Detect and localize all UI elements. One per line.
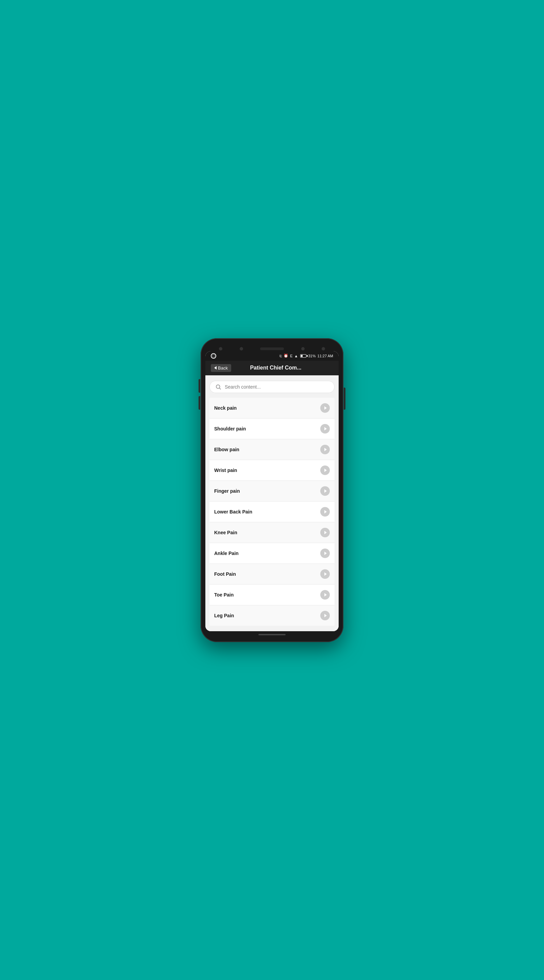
chevron-circle-icon [320, 569, 330, 579]
chevron-right-icon [324, 510, 327, 514]
list-item-label: Lower Back Pain [214, 509, 252, 514]
clock: 11:27 AM [317, 354, 333, 358]
chevron-circle-icon [320, 445, 330, 454]
list-item-label: Knee Pain [214, 530, 237, 535]
app-header: Back Patient Chief Com... [205, 361, 339, 375]
pain-list: Neck pain Shoulder pain Elbow pain Wrist… [209, 398, 335, 626]
content-area: Neck pain Shoulder pain Elbow pain Wrist… [205, 375, 339, 631]
list-item-label: Wrist pain [214, 468, 237, 473]
page-title: Patient Chief Com... [235, 365, 316, 371]
chevron-right-icon [324, 614, 327, 617]
chevron-circle-icon [320, 486, 330, 496]
list-item[interactable]: Toe Pain [209, 585, 335, 605]
chevron-circle-icon [320, 466, 330, 475]
earpiece-speaker [260, 347, 284, 350]
volume-down-button[interactable] [198, 396, 200, 410]
network-type-label: E [290, 354, 292, 358]
alarm-icon: ⏰ [284, 353, 288, 358]
chevron-right-icon [324, 572, 327, 576]
status-bar-right: ⎗ ⏰ E ▲ 31% 11:27 AM [279, 353, 333, 358]
status-bar: ◯ ⎗ ⏰ E ▲ 31% 11:27 AM [205, 351, 339, 361]
chevron-circle-icon [320, 549, 330, 558]
list-item[interactable]: Leg Pain [209, 605, 335, 626]
power-button[interactable] [344, 388, 346, 410]
back-button-label: Back [218, 366, 228, 371]
status-bar-left: ◯ [211, 353, 216, 359]
chevron-right-icon [324, 489, 327, 493]
chevron-right-icon [324, 469, 327, 472]
list-item-label: Leg Pain [214, 613, 234, 618]
volume-up-button[interactable] [198, 379, 200, 393]
sensor-dot [240, 347, 243, 350]
chevron-circle-icon [320, 507, 330, 517]
phone-device: ◯ ⎗ ⏰ E ▲ 31% 11:27 AM Back Patient Chie… [201, 338, 343, 642]
chevron-right-icon [324, 552, 327, 555]
chevron-right-icon [324, 593, 327, 597]
list-item-label: Elbow pain [214, 447, 239, 452]
signal-icon: ▲ [295, 354, 298, 358]
back-button[interactable]: Back [211, 364, 231, 372]
list-item[interactable]: Foot Pain [209, 564, 335, 585]
chevron-right-icon [324, 427, 327, 430]
list-item[interactable]: Wrist pain [209, 460, 335, 481]
sensor-dot-2 [301, 347, 305, 350]
list-item[interactable]: Lower Back Pain [209, 501, 335, 522]
phone-screen: ◯ ⎗ ⏰ E ▲ 31% 11:27 AM Back Patient Chie… [205, 351, 339, 631]
chevron-circle-icon [320, 611, 330, 620]
list-item[interactable]: Finger pain [209, 481, 335, 501]
phone-bottom-bar [205, 631, 339, 636]
chevron-right-icon [324, 531, 327, 534]
cast-icon: ⎗ [279, 354, 282, 358]
list-item-label: Shoulder pain [214, 426, 246, 431]
list-item-label: Toe Pain [214, 592, 233, 598]
chevron-circle-icon [320, 403, 330, 413]
chevron-circle-icon [320, 424, 330, 434]
camera-app-icon: ◯ [211, 353, 216, 359]
chevron-right-icon [324, 406, 327, 410]
list-item[interactable]: Neck pain [209, 398, 335, 418]
list-item[interactable]: Shoulder pain [209, 418, 335, 439]
battery-icon [300, 354, 306, 358]
list-item[interactable]: Ankle Pain [209, 543, 335, 564]
phone-top-notch [205, 344, 339, 350]
list-item[interactable]: Knee Pain [209, 522, 335, 543]
list-item[interactable]: Elbow pain [209, 439, 335, 460]
svg-line-1 [219, 388, 220, 389]
list-item-label: Ankle Pain [214, 550, 239, 556]
chevron-circle-icon [320, 528, 330, 537]
search-input[interactable] [225, 384, 329, 390]
front-camera [219, 347, 222, 350]
chevron-right-icon [324, 448, 327, 451]
chevron-circle-icon [320, 590, 330, 600]
list-item-label: Finger pain [214, 488, 240, 494]
list-item-label: Neck pain [214, 405, 236, 411]
back-chevron-icon [214, 366, 217, 369]
sensor-dot-3 [322, 347, 325, 350]
search-bar[interactable] [209, 381, 335, 393]
list-item-label: Foot Pain [214, 571, 236, 577]
battery-percent: 31% [308, 354, 316, 358]
search-icon [215, 384, 221, 390]
home-indicator[interactable] [259, 634, 285, 635]
